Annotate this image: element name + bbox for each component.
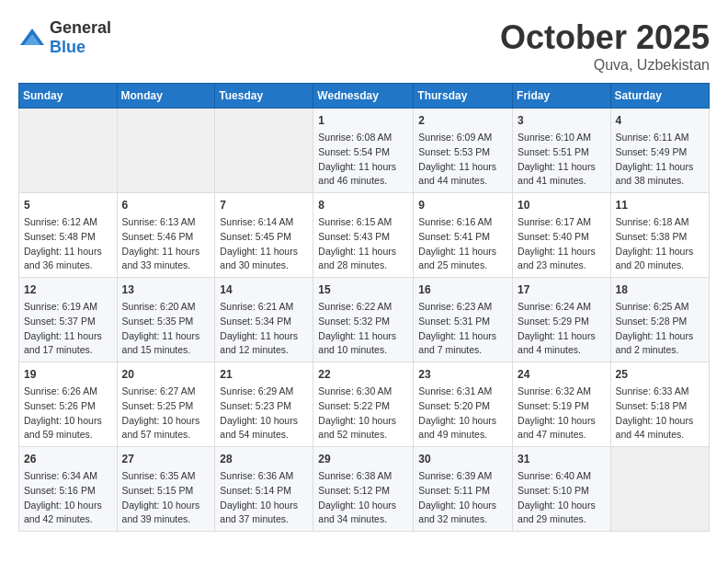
calendar-day-cell: 8Sunrise: 6:15 AMSunset: 5:43 PMDaylight… [313,193,414,278]
day-number: 21 [220,366,308,383]
sunrise-text: Sunrise: 6:20 AM [122,301,196,312]
day-number: 3 [518,112,606,129]
daylight-text: Daylight: 10 hours and 39 minutes. [122,500,200,525]
calendar-day-cell: 31Sunrise: 6:40 AMSunset: 5:10 PMDayligh… [513,447,611,532]
calendar-day-cell: 27Sunrise: 6:35 AMSunset: 5:15 PMDayligh… [117,447,215,532]
day-number: 11 [616,197,704,213]
sunrise-text: Sunrise: 6:08 AM [318,132,392,143]
calendar-day-cell: 25Sunrise: 6:33 AMSunset: 5:18 PMDayligh… [610,362,709,447]
calendar-day-cell: 5Sunrise: 6:12 AMSunset: 5:48 PMDaylight… [19,193,118,278]
calendar-day-cell: 6Sunrise: 6:13 AMSunset: 5:46 PMDaylight… [117,193,215,278]
daylight-text: Daylight: 10 hours and 59 minutes. [24,415,102,441]
sunrise-text: Sunrise: 6:32 AM [518,385,591,396]
sunrise-text: Sunrise: 6:38 AM [318,470,392,481]
sunset-text: Sunset: 5:49 PM [616,146,688,157]
sunrise-text: Sunrise: 6:25 AM [616,301,689,312]
daylight-text: Daylight: 11 hours and 15 minutes. [122,330,200,356]
calendar-day-cell: 13Sunrise: 6:20 AMSunset: 5:35 PMDayligh… [117,278,215,362]
calendar-day-cell: 19Sunrise: 6:26 AMSunset: 5:26 PMDayligh… [19,362,118,447]
sunrise-text: Sunrise: 6:27 AM [122,385,196,396]
day-number: 9 [418,197,507,213]
day-number: 1 [318,112,408,129]
logo-icon [18,27,46,49]
sunset-text: Sunset: 5:51 PM [518,146,589,157]
daylight-text: Daylight: 11 hours and 12 minutes. [220,330,298,356]
sunset-text: Sunset: 5:40 PM [518,231,589,242]
sunrise-text: Sunrise: 6:24 AM [518,301,591,312]
sunset-text: Sunset: 5:23 PM [220,400,291,411]
sunrise-text: Sunrise: 6:30 AM [318,385,392,396]
sunrise-text: Sunrise: 6:18 AM [616,216,689,227]
sunrise-text: Sunrise: 6:39 AM [418,470,492,481]
weekday-header-cell: Sunday [19,84,118,109]
logo: General Blue [18,18,111,57]
weekday-header-cell: Tuesday [215,84,313,109]
calendar-day-cell [19,109,118,193]
day-number: 16 [418,282,507,298]
calendar-day-cell: 11Sunrise: 6:18 AMSunset: 5:38 PMDayligh… [610,193,709,278]
calendar-day-cell: 16Sunrise: 6:23 AMSunset: 5:31 PMDayligh… [414,278,513,362]
sunrise-text: Sunrise: 6:19 AM [24,301,97,312]
daylight-text: Daylight: 10 hours and 34 minutes. [318,500,396,525]
weekday-header-cell: Wednesday [313,84,414,109]
calendar-day-cell: 23Sunrise: 6:31 AMSunset: 5:20 PMDayligh… [414,362,513,447]
sunset-text: Sunset: 5:11 PM [418,485,490,496]
calendar-day-cell: 3Sunrise: 6:10 AMSunset: 5:51 PMDaylight… [513,109,611,193]
sunset-text: Sunset: 5:19 PM [518,400,589,411]
day-number: 23 [418,366,507,383]
daylight-text: Daylight: 11 hours and 41 minutes. [518,161,596,187]
daylight-text: Daylight: 11 hours and 33 minutes. [122,246,200,271]
sunset-text: Sunset: 5:25 PM [122,400,194,411]
sunrise-text: Sunrise: 6:34 AM [24,470,97,481]
calendar-week-row: 12Sunrise: 6:19 AMSunset: 5:37 PMDayligh… [19,278,710,362]
sunrise-text: Sunrise: 6:10 AM [518,132,591,143]
logo-text-blue: Blue [50,38,85,56]
daylight-text: Daylight: 10 hours and 47 minutes. [518,415,596,441]
calendar-day-cell: 20Sunrise: 6:27 AMSunset: 5:25 PMDayligh… [117,362,215,447]
sunset-text: Sunset: 5:31 PM [418,316,490,327]
sunset-text: Sunset: 5:48 PM [24,231,96,242]
day-number: 7 [220,197,308,213]
sunset-text: Sunset: 5:37 PM [24,316,96,327]
calendar-day-cell: 26Sunrise: 6:34 AMSunset: 5:16 PMDayligh… [19,447,118,532]
daylight-text: Daylight: 11 hours and 30 minutes. [220,246,298,271]
sunset-text: Sunset: 5:20 PM [418,400,490,411]
calendar-day-cell: 12Sunrise: 6:19 AMSunset: 5:37 PMDayligh… [19,278,118,362]
daylight-text: Daylight: 11 hours and 46 minutes. [318,161,396,187]
sunrise-text: Sunrise: 6:22 AM [318,301,392,312]
logo-text-general: General [50,18,111,37]
calendar-day-cell: 7Sunrise: 6:14 AMSunset: 5:45 PMDaylight… [215,193,313,278]
day-number: 20 [122,366,210,383]
daylight-text: Daylight: 11 hours and 23 minutes. [518,246,596,271]
sunset-text: Sunset: 5:32 PM [318,316,390,327]
sunset-text: Sunset: 5:26 PM [24,400,96,411]
sunset-text: Sunset: 5:10 PM [518,485,589,496]
daylight-text: Daylight: 10 hours and 42 minutes. [24,500,102,525]
calendar-day-cell: 10Sunrise: 6:17 AMSunset: 5:40 PMDayligh… [513,193,611,278]
sunrise-text: Sunrise: 6:12 AM [24,216,97,227]
daylight-text: Daylight: 11 hours and 20 minutes. [616,246,694,271]
sunrise-text: Sunrise: 6:09 AM [418,132,492,143]
sunset-text: Sunset: 5:41 PM [418,231,490,242]
day-number: 30 [418,451,507,467]
calendar-week-row: 19Sunrise: 6:26 AMSunset: 5:26 PMDayligh… [19,362,710,447]
sunrise-text: Sunrise: 6:14 AM [220,216,293,227]
daylight-text: Daylight: 11 hours and 7 minutes. [418,330,496,356]
calendar-day-cell: 14Sunrise: 6:21 AMSunset: 5:34 PMDayligh… [215,278,313,362]
day-number: 24 [518,366,606,383]
calendar-day-cell: 4Sunrise: 6:11 AMSunset: 5:49 PMDaylight… [610,109,709,193]
daylight-text: Daylight: 11 hours and 36 minutes. [24,246,102,271]
sunrise-text: Sunrise: 6:23 AM [418,301,492,312]
sunset-text: Sunset: 5:35 PM [122,316,194,327]
daylight-text: Daylight: 11 hours and 25 minutes. [418,246,496,271]
sunset-text: Sunset: 5:15 PM [122,485,194,496]
calendar-day-cell: 29Sunrise: 6:38 AMSunset: 5:12 PMDayligh… [313,447,414,532]
weekday-header-row: SundayMondayTuesdayWednesdayThursdayFrid… [19,84,710,109]
sunset-text: Sunset: 5:38 PM [616,231,688,242]
daylight-text: Daylight: 10 hours and 37 minutes. [220,500,298,525]
sunrise-text: Sunrise: 6:11 AM [616,132,689,143]
weekday-header-cell: Friday [513,84,611,109]
calendar-week-row: 1Sunrise: 6:08 AMSunset: 5:54 PMDaylight… [19,109,710,193]
sunset-text: Sunset: 5:54 PM [318,146,390,157]
daylight-text: Daylight: 11 hours and 38 minutes. [616,161,694,187]
